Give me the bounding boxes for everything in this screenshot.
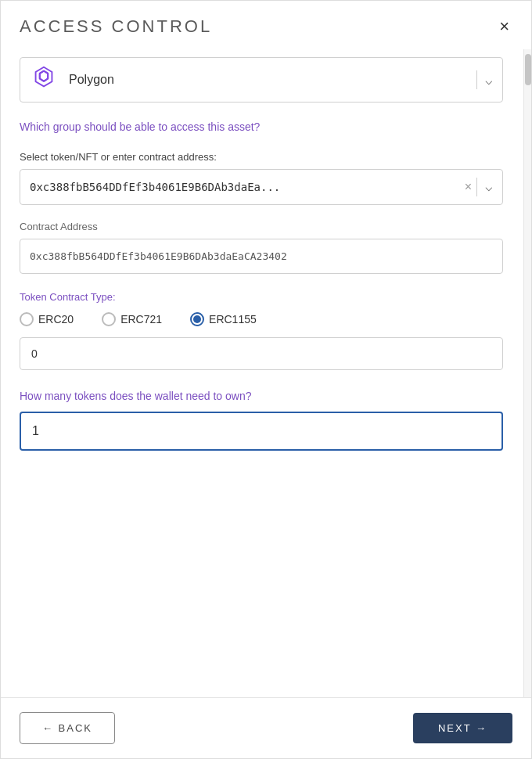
modal-footer: ← BACK NEXT → bbox=[1, 697, 531, 758]
token-chevron-down-icon: ⌵ bbox=[485, 179, 493, 194]
token-id-input[interactable] bbox=[20, 337, 503, 370]
group-question: Which group should be able to access thi… bbox=[20, 120, 503, 135]
radio-label-erc721: ERC721 bbox=[120, 313, 162, 326]
radio-erc20[interactable]: ERC20 bbox=[20, 312, 74, 326]
token-select-label: Select token/NFT or enter contract addre… bbox=[20, 151, 503, 163]
radio-circle-erc20 bbox=[20, 312, 34, 326]
chevron-down-icon: ⌵ bbox=[485, 73, 493, 88]
radio-label-erc1155: ERC1155 bbox=[209, 313, 257, 326]
token-type-radio-group: ERC20 ERC721 ERC1155 bbox=[20, 312, 503, 326]
token-selector[interactable]: 0xc388fbB564DDfEf3b4061E9B6DAb3daEa... ×… bbox=[20, 169, 503, 205]
back-button[interactable]: ← BACK bbox=[20, 712, 115, 744]
scroll-track bbox=[523, 49, 531, 697]
modal-container: ACCESS CONTROL × Polygon ⌵ Which group s… bbox=[0, 0, 532, 759]
polygon-logo-icon bbox=[30, 64, 58, 95]
radio-erc721[interactable]: ERC721 bbox=[102, 312, 162, 326]
close-button[interactable]: × bbox=[496, 15, 512, 38]
network-selector[interactable]: Polygon ⌵ bbox=[20, 57, 503, 103]
modal-header: ACCESS CONTROL × bbox=[1, 1, 531, 49]
modal-body: Polygon ⌵ Which group should be able to … bbox=[1, 49, 531, 697]
contract-address-value: 0xc388fbB564DDfEf3b4061E9B6DAb3daEaCA234… bbox=[20, 239, 503, 274]
token-selected-value: 0xc388fbB564DDfEf3b4061E9B6DAb3daEa... bbox=[30, 181, 460, 193]
scroll-handle[interactable] bbox=[525, 54, 531, 85]
modal-title: ACCESS CONTROL bbox=[20, 16, 212, 37]
token-contract-type-label: Token Contract Type: bbox=[20, 291, 503, 303]
network-name: Polygon bbox=[69, 73, 476, 87]
radio-label-erc20: ERC20 bbox=[38, 313, 74, 326]
divider bbox=[476, 70, 477, 89]
clear-token-button[interactable]: × bbox=[460, 180, 476, 194]
how-many-tokens-question: How many tokens does the wallet need to … bbox=[20, 389, 503, 405]
radio-circle-erc1155 bbox=[190, 312, 204, 326]
radio-circle-erc721 bbox=[102, 312, 116, 326]
tokens-amount-input[interactable] bbox=[20, 412, 503, 451]
next-button[interactable]: NEXT → bbox=[413, 713, 512, 743]
radio-erc1155[interactable]: ERC1155 bbox=[190, 312, 257, 326]
divider2 bbox=[476, 178, 477, 196]
contract-address-label: Contract Address bbox=[20, 221, 503, 232]
